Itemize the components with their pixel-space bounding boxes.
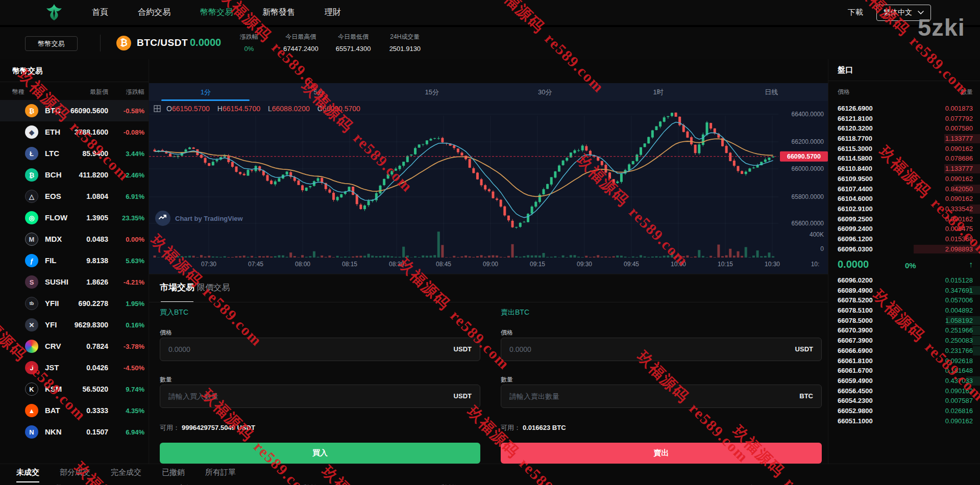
ob-price: 66061.8100: [838, 357, 873, 365]
bid-row[interactable]: 66067.39000.250083: [828, 336, 980, 346]
bid-row[interactable]: 66070.39000.251966: [828, 325, 980, 336]
nav-item-finance[interactable]: 理財: [325, 7, 341, 18]
bid-row[interactable]: 66059.49000.437033: [828, 376, 980, 386]
svg-text:10:: 10:: [811, 261, 820, 268]
ask-row[interactable]: 66107.44000.842050: [828, 184, 980, 194]
ob-qty: 0.007580: [945, 124, 973, 132]
bid-row[interactable]: 66051.10000.090162: [828, 416, 980, 426]
timeframe-tab-15分[interactable]: 15分: [375, 83, 488, 101]
tab-limit-trade[interactable]: 限價交易: [197, 283, 230, 293]
bid-row[interactable]: 66056.45000.090162: [828, 386, 980, 396]
ask-row[interactable]: 66115.30000.090162: [828, 144, 980, 154]
bid-row[interactable]: 66054.23000.007587: [828, 396, 980, 406]
download-link[interactable]: 下載: [848, 8, 863, 17]
ask-row[interactable]: 66096.12000.015368: [828, 234, 980, 244]
coin-row[interactable]: ₿BTC66090.5600-0.58%: [0, 100, 149, 121]
ask-row[interactable]: 66102.91000.333542: [828, 204, 980, 214]
nav-item-contract[interactable]: 合約交易: [138, 7, 170, 18]
coin-change: 0.16%: [126, 321, 144, 329]
sell-price-input[interactable]: [501, 338, 821, 361]
coin-row[interactable]: KKSM56.50209.74%: [0, 378, 149, 400]
ob-qty: 0.231766: [945, 347, 973, 354]
orders-tab-0[interactable]: 未成交: [16, 468, 39, 477]
timeframe-tab-日线[interactable]: 日线: [715, 83, 828, 101]
buy-price-input[interactable]: [160, 338, 480, 361]
tradingview-attribution[interactable]: Chart by TradingView: [155, 211, 243, 226]
ask-row[interactable]: 66099.25000.090162: [828, 214, 980, 224]
ask-row[interactable]: 66121.81000.077792: [828, 114, 980, 124]
timeframe-label: 日线: [765, 88, 778, 97]
timeframe-tab-1时[interactable]: 1时: [602, 83, 715, 101]
bid-row[interactable]: 66096.02000.015128: [828, 275, 980, 286]
bid-rows: 66096.02000.01512866089.49000.3476916607…: [828, 275, 980, 426]
chart-grid-icon[interactable]: [154, 105, 161, 112]
nav-item-home[interactable]: 首頁: [92, 7, 108, 18]
coin-price: 1.8626: [86, 278, 108, 286]
bid-row[interactable]: 66078.50001.058192: [828, 316, 980, 326]
sell-amount-input[interactable]: [501, 385, 821, 407]
coin-row[interactable]: JJST0.0426-4.50%: [0, 357, 149, 378]
ask-row[interactable]: 66114.58000.078686: [828, 154, 980, 164]
ob-qty: 0.006475: [945, 225, 973, 233]
coin-row[interactable]: NNKN0.15076.94%: [0, 421, 149, 443]
ticker-stat: 今日最高價67447.2400: [283, 33, 318, 53]
market-type-button[interactable]: 幣幣交易: [25, 36, 78, 51]
coin-row[interactable]: CRV0.7824-3.78%: [0, 336, 149, 357]
ohlc-close: C66090.5700: [317, 105, 360, 113]
timeframe-tab-1分[interactable]: 1分: [149, 83, 262, 101]
orders-tab-4[interactable]: 所有訂單: [205, 468, 236, 477]
orders-tab-2[interactable]: 完全成交: [111, 468, 141, 477]
bid-row[interactable]: 66089.49000.347691: [828, 286, 980, 296]
bid-row[interactable]: 66078.51000.004892: [828, 305, 980, 316]
timeframe-tab-30分[interactable]: 30分: [488, 83, 602, 101]
buy-button[interactable]: 買入: [160, 443, 480, 464]
nav-item-spot[interactable]: 幣幣交易: [200, 7, 233, 18]
timeframe-tab-5分[interactable]: 5分: [262, 83, 376, 101]
ask-row[interactable]: 66118.77001.133777: [828, 134, 980, 144]
coin-symbol: BCH: [45, 170, 62, 179]
coin-row[interactable]: ◎FLOW1.390523.35%: [0, 207, 149, 228]
tab-market-trade[interactable]: 市場交易: [160, 282, 194, 293]
eos-coin-icon: △: [25, 190, 38, 203]
ask-row[interactable]: 66099.24000.006475: [828, 224, 980, 234]
coin-row[interactable]: ▲BAT0.33334.35%: [0, 400, 149, 421]
coin-row[interactable]: ◆ETH3788.1600-0.08%: [0, 121, 149, 143]
coin-price: 3788.1600: [75, 128, 108, 136]
ask-row[interactable]: 66096.03002.098893: [828, 244, 980, 254]
bid-row[interactable]: 66061.81000.092618: [828, 356, 980, 366]
ob-qty: 0.092618: [945, 357, 973, 365]
coin-row[interactable]: △EOS1.08046.91%: [0, 186, 149, 207]
buy-amount-input[interactable]: [160, 385, 480, 407]
coin-row[interactable]: SSUSHI1.8626-4.21%: [0, 271, 149, 293]
bid-row[interactable]: 66066.69000.231766: [828, 346, 980, 356]
ask-row[interactable]: 66126.69000.001873: [828, 104, 980, 114]
bid-row[interactable]: 66078.52000.057006: [828, 295, 980, 305]
orders-tab-1[interactable]: 部分成交: [60, 468, 90, 477]
ask-row[interactable]: 66109.95000.090162: [828, 174, 980, 184]
ob-qty: 0.250083: [945, 337, 973, 344]
orders-tab-3[interactable]: 已撤銷: [162, 468, 185, 477]
coin-row[interactable]: ₿BCH411.82002.46%: [0, 164, 149, 186]
coin-row[interactable]: tbYFII690.22781.95%: [0, 293, 149, 314]
coin-list-header: 幣種 最新價 漲跌幅: [0, 88, 149, 98]
jst-coin-icon: J: [25, 361, 38, 374]
pair-title[interactable]: BTC/USDT: [137, 37, 188, 48]
ask-row[interactable]: 66120.32000.007580: [828, 123, 980, 134]
coin-row[interactable]: ƒFIL9.81385.63%: [0, 250, 149, 271]
sell-button[interactable]: 賣出: [501, 443, 822, 464]
app-logo-phoenix-icon[interactable]: [45, 3, 63, 21]
ob-qty: 0.251966: [945, 326, 973, 334]
bid-row[interactable]: 66061.67000.181648: [828, 366, 980, 376]
ticker-stat: 今日最低價65571.4300: [336, 33, 371, 53]
ask-row[interactable]: 66104.60000.090162: [828, 194, 980, 204]
svg-text:66000.0000: 66000.0000: [792, 165, 824, 172]
buy-title: 買入BTC: [160, 308, 188, 317]
coin-row[interactable]: ✕YFI9629.83000.16%: [0, 314, 149, 336]
nav-item-newcoin[interactable]: 新幣發售: [262, 7, 295, 18]
coin-row[interactable]: ŁLTC85.94003.44%: [0, 143, 149, 164]
ask-row[interactable]: 66110.84001.133777: [828, 164, 980, 174]
bid-row[interactable]: 66052.98000.026816: [828, 406, 980, 416]
timeframe-label: 1分: [201, 88, 211, 97]
coin-row[interactable]: MMDX0.04830.00%: [0, 228, 149, 250]
coin-list-panel: 幣幣交易 幣種 最新價 漲跌幅 ₿BTC66090.5600-0.58%◆ETH…: [0, 59, 149, 464]
